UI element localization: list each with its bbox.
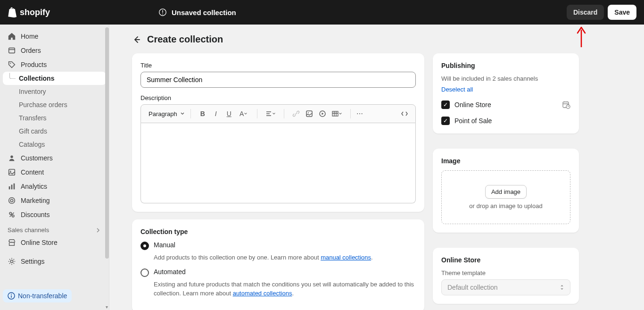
svg-rect-8	[9, 186, 10, 189]
channel-online-store: ✓ Online Store	[441, 101, 570, 109]
automated-description: Existing and future products that match …	[154, 280, 416, 298]
svg-point-14	[12, 215, 14, 217]
collection-type-card: Collection type Manual Add products to t…	[132, 219, 424, 310]
link-icon	[292, 110, 300, 117]
image-icon	[305, 110, 313, 117]
page-title: Create collection	[147, 34, 223, 45]
save-button[interactable]: Save	[608, 5, 636, 20]
annotation-arrow	[576, 26, 586, 49]
channel-pos: ✓ Point of Sale	[441, 117, 570, 125]
svg-point-13	[9, 212, 12, 215]
checkbox-online-store[interactable]: ✓	[441, 101, 450, 109]
image-dropzone[interactable]: Add image or drop an image to upload	[441, 170, 570, 224]
automated-collections-link[interactable]: automated collections	[233, 290, 292, 297]
gear-icon	[8, 257, 16, 266]
radio-automated[interactable]: Automated	[140, 268, 416, 277]
sidebar: Home Orders Products Collections Invento…	[0, 25, 109, 310]
italic-button[interactable]: I	[210, 108, 222, 120]
tag-icon	[8, 60, 16, 69]
chevron-down-icon	[272, 112, 276, 116]
nav-home[interactable]: Home	[3, 29, 106, 43]
nav-content[interactable]: Content	[3, 165, 106, 179]
video-icon	[319, 110, 326, 117]
discount-icon	[8, 210, 16, 219]
nav-settings[interactable]: Settings	[3, 254, 106, 268]
image-button[interactable]	[303, 108, 315, 120]
nav-section-sales: Sales channels	[3, 222, 106, 235]
status-text: Unsaved collection	[172, 8, 236, 17]
nav-orders[interactable]: Orders	[3, 43, 106, 58]
top-bar: shopify Unsaved collection Discard Save	[0, 0, 644, 25]
nav-discounts[interactable]: Discounts	[3, 208, 106, 222]
theme-template-select[interactable]: Default collection	[441, 279, 570, 295]
discard-button[interactable]: Discard	[567, 5, 604, 20]
svg-point-21	[308, 112, 309, 113]
select-arrows-icon	[560, 284, 564, 291]
align-button[interactable]	[263, 108, 278, 120]
alert-icon	[158, 8, 167, 17]
svg-point-4	[10, 63, 11, 64]
back-arrow-icon[interactable]	[132, 35, 141, 44]
paragraph-select[interactable]: Paragraph	[146, 109, 188, 119]
image-heading: Image	[441, 157, 570, 165]
shopify-logo: shopify	[8, 7, 50, 17]
info-icon	[8, 292, 15, 300]
svg-rect-9	[11, 184, 13, 189]
nav-products[interactable]: Products	[3, 58, 106, 72]
analytics-icon	[8, 182, 16, 191]
manual-collections-link[interactable]: manual collections	[321, 254, 371, 261]
nav-purchase-orders[interactable]: Purchase orders	[3, 98, 106, 111]
table-button[interactable]	[330, 108, 345, 120]
publishing-subtitle: Will be included in 2 sales channels	[441, 75, 570, 82]
radio-automated-input[interactable]	[140, 268, 149, 277]
nav-online-store[interactable]: Online Store	[3, 235, 106, 250]
nav-gift-cards[interactable]: Gift cards	[3, 125, 106, 138]
text-color-button[interactable]: A	[236, 108, 251, 120]
nav-analytics[interactable]: Analytics	[3, 179, 106, 193]
code-view-button[interactable]	[398, 108, 411, 120]
orders-icon	[8, 46, 16, 55]
svg-rect-23	[332, 111, 338, 116]
title-card: Title Description Paragraph B I U A	[132, 53, 424, 212]
title-label: Title	[140, 62, 416, 69]
svg-point-16	[10, 260, 13, 262]
title-input[interactable]	[140, 72, 416, 88]
chevron-down-icon	[339, 112, 342, 116]
nav-customers[interactable]: Customers	[3, 151, 106, 165]
nav-marketing[interactable]: Marketing	[3, 193, 106, 208]
svg-point-12	[10, 199, 13, 201]
nav-transfers[interactable]: Transfers	[3, 111, 106, 125]
link-button[interactable]	[290, 108, 302, 120]
schedule-icon[interactable]	[562, 101, 570, 109]
video-button[interactable]	[316, 108, 329, 120]
online-store-heading: Online Store	[441, 256, 570, 264]
nav-catalogs[interactable]: Catalogs	[3, 138, 106, 151]
nav-collections[interactable]: Collections	[3, 72, 106, 85]
checkbox-pos[interactable]: ✓	[441, 117, 450, 125]
radio-manual-input[interactable]	[140, 242, 149, 250]
chevron-down-icon	[244, 112, 248, 116]
non-transferable-badge: Non-transferable	[3, 289, 72, 302]
content-icon	[8, 168, 16, 176]
radio-manual[interactable]: Manual	[140, 241, 416, 250]
table-icon	[332, 110, 339, 117]
target-icon	[8, 196, 16, 205]
svg-point-7	[10, 171, 11, 172]
add-image-button[interactable]: Add image	[485, 185, 527, 199]
publishing-heading: Publishing	[441, 62, 570, 69]
nav-inventory[interactable]: Inventory	[3, 85, 106, 98]
sidebar-scrollbar[interactable]: ▾	[104, 25, 109, 310]
topbar-actions: Discard Save	[567, 5, 636, 20]
bold-button[interactable]: B	[197, 108, 209, 120]
more-button[interactable]: ⋯	[354, 108, 366, 120]
svg-point-5	[10, 156, 13, 158]
description-editor[interactable]	[140, 123, 416, 203]
publishing-card: Publishing Will be included in 2 sales c…	[433, 53, 579, 134]
editor-toolbar: Paragraph B I U A	[140, 104, 416, 123]
chevron-right-icon[interactable]	[95, 227, 101, 234]
page-header: Create collection	[132, 34, 621, 45]
underline-button[interactable]: U	[223, 108, 235, 120]
image-hint: or drop an image to upload	[446, 202, 565, 209]
svg-point-2	[162, 14, 163, 15]
deselect-all-link[interactable]: Deselect all	[441, 86, 473, 93]
